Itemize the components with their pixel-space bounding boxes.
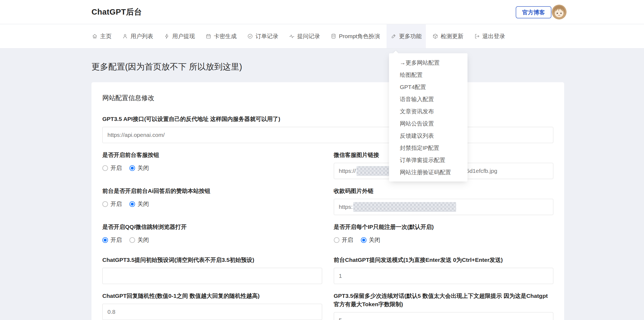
radio-circle-checked [129, 201, 135, 207]
field-label: 是否开启QQ/微信跳转浏览器打开 [102, 223, 322, 231]
field-label: GPT3.5 API接口(可以设置自己的反代地址 这样国内服务器就可以用了) [102, 115, 553, 123]
database-icon [331, 33, 336, 39]
activity-icon [289, 33, 295, 39]
radio-sponsor-off[interactable]: 关闭 [129, 200, 149, 208]
nav-item-prompt-roleplay[interactable]: Prompt角色扮演 [326, 24, 384, 48]
logout-icon [474, 33, 480, 39]
nav-item-user-list[interactable]: 用户列表 [118, 24, 157, 48]
field-label: 是否开启每个IP只能注册一次(默认开启) [334, 223, 554, 231]
field-label: 收款码图片外链 [334, 187, 554, 195]
redacted-mosaic [353, 202, 456, 212]
nav-item-withdraw[interactable]: 用户提现 [160, 24, 199, 48]
dropdown-item-gpt4-config[interactable]: GPT4配置 [389, 81, 468, 93]
pen-icon [391, 33, 397, 39]
dropdown-item-more-site-config[interactable]: →更多网站配置 [389, 57, 468, 69]
app-header: ChatGPT后台 官方博客 [0, 0, 644, 24]
radio-circle-checked [102, 237, 108, 243]
api-endpoint-input[interactable] [102, 127, 553, 143]
radio-service-off[interactable]: 关闭 [129, 164, 149, 172]
dropdown-item-order-popup-config[interactable]: 订单弹窗提示配置 [389, 154, 468, 166]
dropdown-item-feedback-list[interactable]: 反馈建议列表 [389, 130, 468, 142]
field-payment-qr: 收款码图片外链 https: [334, 187, 554, 215]
radio-jump-on[interactable]: 开启 [102, 236, 122, 244]
dropdown-item-drawing-config[interactable]: 绘图配置 [389, 69, 468, 81]
radio-circle [334, 237, 339, 243]
main-nav: 主页 用户列表 用户提现 卡密生成 订单记录 提问记录 Prompt角色扮演 更… [0, 24, 644, 48]
field-context-rounds: GPT3.5保留多少次连续对话(默认5 数值太大会出现上下文超限提示 因为这是C… [334, 292, 554, 320]
home-icon [92, 33, 98, 39]
official-blog-button[interactable]: 官方博客 [516, 6, 551, 18]
card-heading: 网站配置信息修改 [102, 94, 553, 102]
field-label: 前台是否开启前台Ai回答后的赞助本站按钮 [102, 187, 322, 195]
field-label: ChatGPT3.5提问初始预设词(清空则代表不开启3.5初始预设) [102, 256, 322, 264]
field-api-endpoint: GPT3.5 API接口(可以设置自己的反代地址 这样国内服务器就可以用了) [102, 115, 553, 143]
field-label: 前台ChatGPT提问发送模式(1为直接Enter发送 0为Ctrl+Enter… [334, 256, 554, 264]
nav-item-home[interactable]: 主页 [88, 24, 116, 48]
nav-item-logout[interactable]: 退出登录 [470, 24, 509, 48]
nav-item-more-features[interactable]: 更多功能 [387, 24, 426, 48]
radio-circle [129, 237, 135, 243]
field-preset-words: ChatGPT3.5提问初始预设词(清空则代表不开启3.5初始预设) [102, 256, 322, 284]
field-label: ChatGPT回复随机性(数值0-1之间 数值越大回复的随机性越高) [102, 292, 322, 300]
send-mode-input[interactable] [334, 268, 554, 284]
dropdown-item-ban-ip-config[interactable]: 封禁指定IP配置 [389, 142, 468, 154]
field-service-button: 是否开启前台客服按钮 开启 关闭 [102, 151, 322, 172]
zap-icon [164, 33, 170, 39]
check-circle-icon [247, 33, 253, 39]
preset-words-input[interactable] [102, 268, 322, 284]
more-features-dropdown: →更多网站配置 绘图配置 GPT4配置 语音输入配置 文章资讯发布 网站公告设置… [389, 53, 468, 182]
nav-item-questions[interactable]: 提问记录 [285, 24, 324, 48]
page-title: 更多配置(因为首页放不下 所以放到这里) [91, 61, 644, 72]
field-randomness: ChatGPT回复随机性(数值0-1之间 数值越大回复的随机性越高) [102, 292, 322, 320]
nav-item-card-gen[interactable]: 卡密生成 [201, 24, 241, 48]
radio-circle-checked [129, 165, 135, 171]
radio-ip-off[interactable]: 关闭 [361, 236, 380, 244]
field-label: 是否开启前台客服按钮 [102, 151, 322, 159]
site-config-card: 网站配置信息修改 GPT3.5 API接口(可以设置自己的反代地址 这样国内服务… [91, 82, 564, 320]
radio-circle [102, 165, 108, 171]
context-rounds-input[interactable] [334, 312, 554, 320]
radio-ip-on[interactable]: 开启 [334, 236, 353, 244]
dropdown-item-voice-input-config[interactable]: 语音输入配置 [389, 93, 468, 105]
nav-item-check-update[interactable]: 检测更新 [428, 24, 468, 48]
radio-jump-off[interactable]: 关闭 [129, 236, 149, 244]
payment-qr-input[interactable]: https: [334, 199, 554, 215]
radio-service-on[interactable]: 开启 [102, 164, 122, 172]
dropdown-item-article-publish[interactable]: 文章资讯发布 [389, 105, 468, 117]
radio-circle-checked [361, 237, 367, 243]
content-area: 更多配置(因为首页放不下 所以放到这里) 网站配置信息修改 GPT3.5 API… [0, 49, 644, 320]
field-label: GPT3.5保留多少次连续对话(默认5 数值太大会出现上下文超限提示 因为这是C… [334, 292, 554, 308]
radio-circle [102, 201, 108, 207]
package-icon [432, 33, 438, 39]
avatar[interactable] [552, 5, 567, 19]
calendar-icon [205, 33, 211, 39]
app-title: ChatGPT后台 [91, 0, 142, 24]
field-ip-register-once: 是否开启每个IP只能注册一次(默认开启) 开启 关闭 [334, 223, 554, 244]
randomness-input[interactable] [102, 304, 322, 320]
dropdown-item-site-announcement[interactable]: 网站公告设置 [389, 117, 468, 130]
radio-sponsor-on[interactable]: 开启 [102, 200, 122, 208]
nav-item-orders[interactable]: 订单记录 [243, 24, 282, 48]
field-qq-wechat-jump: 是否开启QQ/微信跳转浏览器打开 开启 关闭 [102, 223, 322, 244]
user-icon [122, 33, 128, 39]
dropdown-item-register-captcha-config[interactable]: 网站注册验证码配置 [389, 166, 468, 178]
avatar-image [552, 5, 567, 19]
field-sponsor-button: 前台是否开启前台Ai回答后的赞助本站按钮 开启 关闭 [102, 187, 322, 208]
field-send-mode: 前台ChatGPT提问发送模式(1为直接Enter发送 0为Ctrl+Enter… [334, 256, 554, 284]
